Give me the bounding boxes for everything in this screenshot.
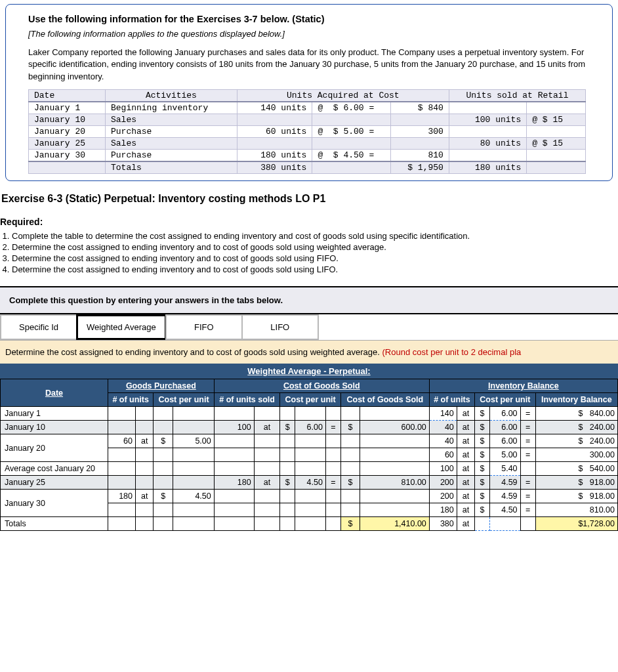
r4-acqp: @ $ 4.50 = [312,149,390,161]
jan25-at1: at [254,476,280,490]
hdr-sold: Units sold at Retail [449,89,585,102]
r3-soldp: @ $ 15 [527,137,586,149]
r1-date: January 10 [29,114,106,125]
jan30b-eq: = [520,503,535,517]
jan25-cogs-c[interactable]: 4.50 [295,476,325,490]
col-group-cogs: Cost of Goods Sold [214,379,429,393]
jan1-at: at [457,407,474,421]
answer-table: Date Goods Purchased Cost of Goods Sold … [0,379,618,531]
jan25-inv-u[interactable]: 200 [429,476,457,490]
required-list: Complete the table to determine the cost… [0,231,618,274]
tab-panel-prompt: Determine the cost assigned to ending in… [0,340,618,364]
jan20-date: January 20 [1,434,108,462]
jan1-inv-u[interactable]: 140 [429,407,457,421]
r0-soldu [449,102,526,114]
req-2: Determine the cost assigned to ending in… [12,242,618,252]
tab-weighted-average[interactable]: Weighted Average [76,314,167,341]
jan30a-inv-t: $ 918.00 [535,490,617,503]
r3-soldu: 80 units [449,137,526,149]
jan25-cogs-u[interactable]: 180 [214,476,254,490]
jan20a-inv-c-s: $ [475,434,489,448]
totals-inv-c[interactable] [489,517,520,531]
jan1-inv-c[interactable]: 6.00 [489,407,520,421]
jan1-inv-t: $ 840.00 [535,407,617,421]
jan25-inv-c-s: $ [475,476,489,490]
r4-date: January 30 [29,149,106,161]
avg20-inv-c-s: $ [475,462,489,476]
jan10-cogs-c-s: $ [280,421,295,434]
jan20-gp-c-s: $ [154,434,173,448]
exercise-title: Exercise 6-3 (Static) Perpetual: Invento… [0,193,618,205]
wa-title: Weighted Average - Perpetual: [0,364,618,379]
jan20-gp-c[interactable]: 5.00 [173,434,215,448]
r0-acqp: @ $ 6.00 = [312,102,390,114]
tot-soldu: 180 units [449,161,526,174]
jan20-at1: at [135,434,153,448]
jan10-cogs-u[interactable]: 100 [214,421,254,434]
req-4: Determine the cost assigned to ending in… [12,264,618,274]
jan30-gp-u[interactable]: 180 [108,490,136,503]
jan20a-eq: = [520,434,535,448]
tot-acqt: $ 1,950 [390,161,449,174]
info-heading: Use the following information for the Ex… [28,14,603,24]
r4-acqt: 810 [390,149,449,161]
r0-acqu: 140 units [237,102,312,114]
tab-lifo[interactable]: LIFO [241,314,319,341]
r2-acqp: @ $ 5.00 = [312,125,390,137]
jan1-eq: = [520,407,535,421]
col-cogs-cost: Cost per unit [280,393,340,407]
r2-soldp [527,125,586,137]
col-inv-cost: Cost per unit [475,393,535,407]
jan1-date: January 1 [1,407,108,421]
jan30a-inv-c: 4.59 [489,490,520,503]
jan10-cogs-t-s: $ [340,421,360,434]
tab-specific-id[interactable]: Specific Id [0,314,77,341]
r3-date: January 25 [29,137,106,149]
jan20b-inv-c: 5.00 [489,448,520,462]
jan30-gp-c[interactable]: 4.50 [173,490,215,503]
r1-soldp: @ $ 15 [527,114,586,125]
r2-acqt: 300 [390,125,449,137]
col-gp-cost: Cost per unit [154,393,214,407]
jan30-gp-c-s: $ [154,490,173,503]
jan30-date: January 30 [1,490,108,517]
data-table: Date Activities Units Acquired at Cost U… [28,89,586,174]
jan30b-inv-c: 4.50 [489,503,520,517]
jan30b-at: at [457,503,474,517]
totals-cogs-t-s: $ [340,517,360,531]
jan10-cogs-c[interactable]: 6.00 [295,421,325,434]
jan10-inv-u[interactable]: 40 [429,421,457,434]
hdr-date: Date [29,89,106,102]
r2-acqu: 60 units [237,125,312,137]
info-italic: [The following information applies to th… [28,28,603,40]
jan20a-inv-u: 40 [429,434,457,448]
r2-date: January 20 [29,125,106,137]
totals-inv-c-s[interactable] [475,517,489,531]
jan20b-eq: = [520,448,535,462]
col-date: Date [1,379,108,407]
col-cogs-units: # of units sold [214,393,280,407]
totals-cogs-t: 1,410.00 [360,517,430,531]
jan10-inv-c-s: $ [475,421,489,434]
tab-prompt-main: Determine the cost assigned to ending in… [5,347,382,357]
avg20-at: at [457,462,474,476]
r2-act: Purchase [106,125,237,137]
jan20-gp-u[interactable]: 60 [108,434,136,448]
req-3: Determine the cost assigned to ending in… [12,253,618,263]
totals-inv-u: 380 [429,517,457,531]
col-inv-units: # of units [429,393,474,407]
jan10-inv-c[interactable]: 6.00 [489,421,520,434]
jan20a-inv-c: 6.00 [489,434,520,448]
totals-at: at [457,517,474,531]
avg20-inv-c[interactable]: 5.40 [489,462,520,476]
tot-soldp [527,161,586,174]
col-group-gp: Goods Purchased [108,379,215,393]
tot-acqp [312,161,390,174]
tab-fifo[interactable]: FIFO [165,314,243,341]
tot-date [29,161,106,174]
totals-eq [520,517,535,531]
jan25-cogs-c-s: $ [280,476,295,490]
r4-act: Purchase [106,149,237,161]
jan25-inv-c[interactable]: 4.59 [489,476,520,490]
r4-soldp [527,149,586,161]
